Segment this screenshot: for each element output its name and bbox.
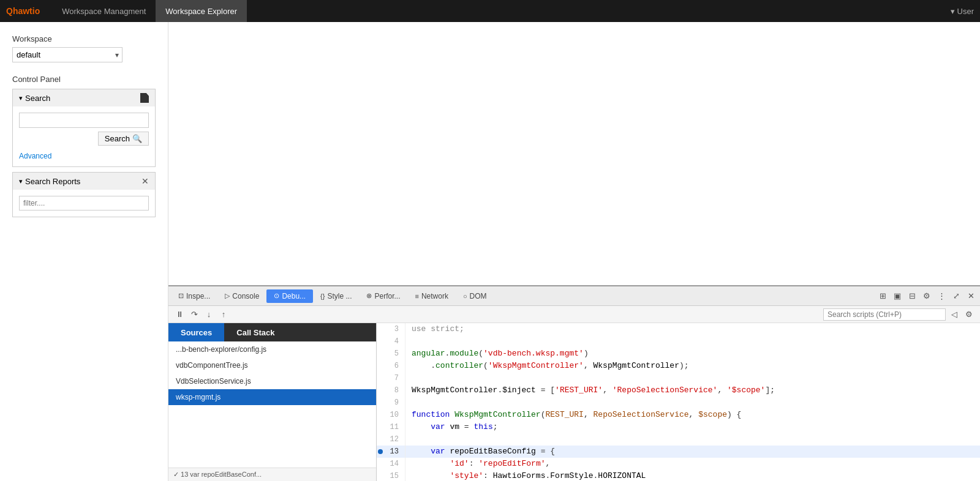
pause-button[interactable]: ⏸	[173, 308, 186, 321]
step-into-button[interactable]: ↓	[203, 308, 215, 321]
search-button-label: Search	[105, 134, 130, 143]
advanced-link[interactable]: Advanced	[19, 149, 149, 160]
code-line-4: 4	[377, 335, 980, 348]
sources-panel: Sources Call Stack ...b-bench-explorer/c…	[168, 323, 377, 481]
code-line-9: 9	[377, 397, 980, 409]
search-reports-section: ▾ Search Reports ✕	[12, 172, 156, 217]
code-line-11: 11 var vm = this;	[377, 421, 980, 433]
tab-sources[interactable]: Sources	[168, 323, 224, 341]
workspace-area	[168, 22, 980, 285]
tab-workspace-management[interactable]: Workspace Managment	[52, 0, 156, 22]
devtools-dock-icon[interactable]: ▣	[891, 289, 904, 303]
source-item-wksp-mgmt[interactable]: wksp-mgmt.js	[168, 389, 376, 405]
network-icon: ≡	[415, 293, 419, 300]
sources-toggle-button[interactable]: ◁	[948, 308, 960, 321]
devtools-body: Sources Call Stack ...b-bench-explorer/c…	[168, 323, 980, 481]
search-reports-body	[13, 190, 155, 217]
inspector-icon: ⊡	[178, 292, 184, 300]
tab-inspector[interactable]: ⊡ Inspe...	[171, 289, 217, 303]
code-line-13: 13 var repoEditBaseConfig = {	[377, 446, 980, 458]
code-panel: 3 use strict; 4 5 angular.module('vdb-be…	[377, 323, 980, 481]
workspace-label: Workspace	[12, 34, 156, 43]
search-section: ▾ Search Search 🔍 Advanced	[12, 89, 156, 167]
sources-list: ...b-bench-explorer/config.js vdbCompone…	[168, 341, 376, 468]
devtools-panel: ⊡ Inspe... ▷ Console ⊙ Debu... {} Style …	[168, 285, 980, 481]
search-reports-chevron-icon: ▾	[19, 177, 23, 185]
devtools-close-icon[interactable]: ✕	[964, 289, 978, 303]
script-search-input[interactable]	[823, 308, 946, 321]
workspace-select[interactable]: default	[12, 47, 123, 62]
performance-icon: ⊗	[366, 292, 372, 300]
control-panel-label: Control Panel	[12, 75, 156, 84]
console-icon: ▷	[225, 292, 230, 300]
breakpoint-bar: ✓ 13 var repoEditBaseConf...	[168, 468, 376, 481]
code-line-15: 15 'style': HawtioForms.FormStyle.HORIZO…	[377, 470, 980, 481]
tab-styles[interactable]: {} Style ...	[313, 289, 359, 303]
devtools-settings-icon[interactable]: ⚙	[920, 289, 933, 303]
code-line-14: 14 'id': 'repoEditForm',	[377, 458, 980, 470]
tab-dom-label: DOM	[470, 292, 487, 300]
devtools-toolbar-icons: ⊞ ▣ ⊟ ⚙ ⋮ ⤢ ✕	[876, 289, 978, 303]
breakpoint-dot	[378, 449, 383, 454]
close-icon[interactable]: ✕	[141, 176, 149, 186]
devtools-tabs: ⊡ Inspe... ▷ Console ⊙ Debu... {} Style …	[168, 286, 980, 306]
code-line-6: 6 .controller('WkspMgmtController', Wksp…	[377, 360, 980, 372]
tab-console[interactable]: ▷ Console	[217, 289, 266, 303]
step-out-button[interactable]: ↑	[217, 308, 230, 321]
devtools-subtoolbar: ⏸ ↷ ↓ ↑ ◁ ⚙	[168, 306, 980, 323]
tab-call-stack[interactable]: Call Stack	[224, 323, 287, 341]
tab-performance-label: Perfor...	[374, 292, 400, 300]
tab-dom[interactable]: ○ DOM	[456, 289, 494, 303]
styles-icon: {}	[320, 293, 325, 300]
workspace-select-wrapper: default	[12, 47, 123, 62]
user-menu[interactable]: ▾ User	[951, 7, 974, 16]
devtools-split-icon[interactable]: ⊞	[876, 289, 889, 303]
tab-debugger[interactable]: ⊙ Debu...	[266, 289, 313, 303]
devtools-expand-icon[interactable]: ⤢	[949, 289, 963, 303]
search-section-body: Search 🔍 Advanced	[13, 106, 155, 166]
sources-settings-button[interactable]: ⚙	[963, 308, 975, 321]
devtools-undock-icon[interactable]: ⊟	[905, 289, 919, 303]
source-item-component-tree[interactable]: vdbComponentTree.js	[168, 357, 376, 373]
tab-styles-label: Style ...	[327, 292, 352, 300]
filter-input[interactable]	[19, 196, 149, 211]
source-item-config[interactable]: ...b-bench-explorer/config.js	[168, 341, 376, 357]
code-line-8: 8 WkspMgmtController.$inject = ['REST_UR…	[377, 384, 980, 397]
code-line-12: 12	[377, 433, 980, 446]
app-logo: Qhawtio	[6, 6, 40, 16]
top-bar: Qhawtio Workspace Managment Workspace Ex…	[0, 0, 980, 22]
devtools-more-icon[interactable]: ⋮	[935, 289, 948, 303]
devtools-toolbar-right: ⊞ ▣ ⊟ ⚙ ⋮ ⤢ ✕	[876, 289, 978, 303]
tab-workspace-explorer[interactable]: Workspace Explorer	[156, 0, 247, 22]
left-panel: Workspace default Control Panel ▾ Search…	[0, 22, 168, 481]
search-input[interactable]	[19, 113, 149, 128]
dom-icon: ○	[463, 293, 467, 300]
search-chevron-icon: ▾	[19, 94, 23, 102]
search-button-icon: 🔍	[132, 134, 142, 143]
right-panel: ⊡ Inspe... ▷ Console ⊙ Debu... {} Style …	[168, 22, 980, 481]
logo-text: Qhawtio	[6, 6, 40, 16]
code-line-5: 5 angular.module('vdb-bench.wksp.mgmt')	[377, 348, 980, 360]
tab-performance[interactable]: ⊗ Perfor...	[359, 289, 407, 303]
source-item-selection-service[interactable]: VdbSelectionService.js	[168, 373, 376, 389]
step-over-button[interactable]: ↷	[188, 308, 200, 321]
code-line-7: 7	[377, 372, 980, 384]
code-line-3: 3 use strict;	[377, 323, 980, 335]
search-reports-title: Search Reports	[25, 177, 80, 186]
search-section-title: Search	[25, 94, 50, 103]
tab-network-label: Network	[421, 292, 448, 300]
tab-debugger-label: Debu...	[282, 292, 306, 300]
file-icon[interactable]	[140, 93, 149, 103]
search-reports-header[interactable]: ▾ Search Reports ✕	[13, 173, 155, 190]
search-section-header[interactable]: ▾ Search	[13, 89, 155, 106]
tab-console-label: Console	[232, 292, 259, 300]
breakpoint-info: ✓ 13 var repoEditBaseConf...	[173, 471, 262, 479]
tab-inspector-label: Inspe...	[186, 292, 210, 300]
tab-network[interactable]: ≡ Network	[408, 289, 456, 303]
nav-tabs: Workspace Managment Workspace Explorer	[52, 0, 247, 22]
search-button[interactable]: Search 🔍	[98, 132, 149, 146]
sources-tabs: Sources Call Stack	[168, 323, 376, 341]
main-content: Workspace default Control Panel ▾ Search…	[0, 22, 980, 481]
debugger-icon: ⊙	[274, 292, 279, 300]
code-line-10: 10 function WkspMgmtController(REST_URI,…	[377, 409, 980, 421]
